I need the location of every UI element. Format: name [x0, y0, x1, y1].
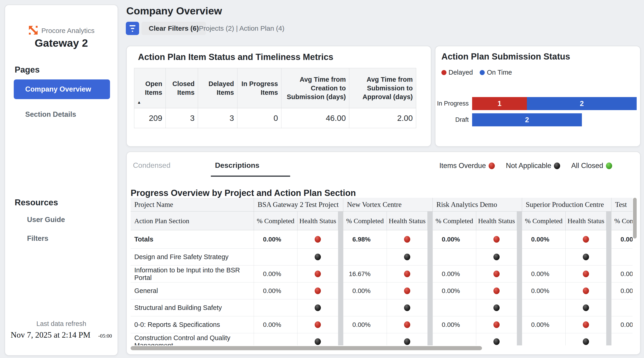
health-status-cell[interactable]: [476, 299, 517, 316]
pct-completed-cell[interactable]: 0.00%: [522, 266, 566, 282]
metrics-column-header[interactable]: Closed Items: [166, 68, 198, 108]
pct-completed-cell[interactable]: 0.00%: [433, 282, 476, 299]
metrics-column-header[interactable]: In Progress Items: [238, 68, 282, 108]
health-status-cell[interactable]: [387, 249, 428, 266]
health-status-cell[interactable]: [566, 299, 606, 316]
health-status-cell[interactable]: [476, 249, 517, 266]
pct-completed-cell[interactable]: 16.67%: [343, 266, 387, 282]
vertical-scrollbar[interactable]: [633, 198, 637, 238]
filter-icon-button[interactable]: [126, 22, 139, 35]
health-status-header[interactable]: Health Status: [476, 211, 517, 230]
project-group-header[interactable]: BSA Gateway 2 Test Project: [254, 198, 343, 211]
health-status-cell[interactable]: [298, 333, 338, 346]
metrics-value-cell[interactable]: 0: [238, 108, 282, 128]
project-group-header[interactable]: Superior Production Centre: [522, 198, 612, 211]
pct-completed-cell[interactable]: [612, 249, 632, 266]
health-status-header[interactable]: Health Status: [298, 211, 338, 230]
health-status-cell[interactable]: [298, 266, 338, 282]
sort-ascending-icon[interactable]: ▲: [137, 100, 141, 105]
pct-completed-header[interactable]: % Completed: [612, 211, 632, 230]
bar-segment[interactable]: 2: [472, 113, 582, 126]
bar-segment[interactable]: 2: [527, 97, 637, 110]
pct-completed-cell[interactable]: [343, 333, 387, 346]
pct-completed-cell[interactable]: 0.00%: [433, 230, 476, 249]
pct-completed-cell[interactable]: 0.00%: [522, 230, 566, 249]
health-status-cell[interactable]: [476, 230, 517, 249]
pct-completed-cell[interactable]: [522, 249, 566, 266]
pct-completed-cell[interactable]: 0.00%: [612, 282, 632, 299]
health-status-cell[interactable]: [566, 316, 606, 333]
health-status-cell[interactable]: [387, 333, 428, 346]
pct-completed-cell[interactable]: 6.98%: [343, 230, 387, 249]
health-status-cell[interactable]: [476, 316, 517, 333]
project-group-header[interactable]: New Vortex Centre: [343, 198, 433, 211]
metrics-value-cell[interactable]: 3: [198, 108, 238, 128]
pct-completed-header[interactable]: % Completed: [254, 211, 298, 230]
health-status-cell[interactable]: [566, 230, 606, 249]
pct-completed-cell[interactable]: [612, 299, 632, 316]
health-status-cell[interactable]: [566, 333, 606, 346]
health-status-cell[interactable]: [298, 282, 338, 299]
sidebar-item-company-overview[interactable]: Company Overview: [14, 79, 110, 99]
pct-completed-cell[interactable]: 0.00%: [612, 266, 632, 282]
metrics-value-cell[interactable]: 209: [134, 108, 166, 128]
clear-filters-button[interactable]: Clear Filters (6): [142, 22, 206, 35]
pct-completed-cell[interactable]: [522, 299, 566, 316]
project-group-header[interactable]: Risk Analytics Demo: [433, 198, 522, 211]
pct-completed-cell[interactable]: [254, 299, 298, 316]
pct-completed-cell[interactable]: 0.00%: [343, 282, 387, 299]
health-status-cell[interactable]: [298, 249, 338, 266]
pct-completed-cell[interactable]: 0.00%: [433, 316, 476, 333]
health-status-cell[interactable]: [476, 333, 517, 346]
section-label-cell[interactable]: General: [131, 282, 254, 299]
tab-condensed[interactable]: Condensed: [133, 161, 170, 170]
tab-descriptions[interactable]: Descriptions: [215, 161, 260, 170]
pct-completed-cell[interactable]: 0.00%: [522, 316, 566, 333]
section-label-cell[interactable]: Structural and Building Safety: [131, 299, 254, 316]
health-status-cell[interactable]: [298, 230, 338, 249]
sidebar-item-filters[interactable]: Filters: [27, 234, 48, 243]
pct-completed-cell[interactable]: 0.00%: [433, 266, 476, 282]
pct-completed-cell[interactable]: 0.00%: [612, 230, 632, 249]
health-status-cell[interactable]: [476, 266, 517, 282]
metrics-column-header[interactable]: Open Items▲: [134, 68, 166, 108]
corner-project-name-header[interactable]: Project Name: [131, 198, 254, 211]
health-status-cell[interactable]: [298, 299, 338, 316]
section-label-cell[interactable]: Information to be Input into the BSR Por…: [131, 266, 254, 282]
pct-completed-cell[interactable]: [254, 333, 298, 346]
health-status-header[interactable]: Health Status: [566, 211, 606, 230]
pct-completed-cell[interactable]: 0.00%: [254, 266, 298, 282]
metrics-value-cell[interactable]: 46.00: [282, 108, 349, 128]
pct-completed-cell[interactable]: [522, 333, 566, 346]
health-status-cell[interactable]: [566, 282, 606, 299]
corner-section-header[interactable]: Action Plan Section: [131, 211, 254, 230]
sidebar-item-user-guide[interactable]: User Guide: [27, 216, 65, 224]
project-group-header[interactable]: Test: [612, 198, 632, 211]
section-label-cell[interactable]: Totals: [131, 230, 254, 249]
pct-completed-cell[interactable]: 0.00%: [343, 316, 387, 333]
pct-completed-cell[interactable]: [612, 333, 632, 346]
pct-completed-header[interactable]: % Completed: [433, 211, 476, 230]
pct-completed-cell[interactable]: 0.00%: [254, 230, 298, 249]
metrics-column-header[interactable]: Delayed Items: [198, 68, 238, 108]
pct-completed-header[interactable]: % Completed: [522, 211, 566, 230]
section-label-cell[interactable]: 0-0: Reports & Specifications: [131, 316, 254, 333]
horizontal-scrollbar[interactable]: [131, 346, 482, 350]
section-label-cell[interactable]: Design and Fire Safety Strategy: [131, 249, 254, 266]
pct-completed-cell[interactable]: [343, 299, 387, 316]
health-status-cell[interactable]: [298, 316, 338, 333]
pct-completed-cell[interactable]: [433, 299, 476, 316]
health-status-cell[interactable]: [387, 299, 428, 316]
health-status-cell[interactable]: [387, 316, 428, 333]
pct-completed-header[interactable]: % Completed: [343, 211, 387, 230]
pct-completed-cell[interactable]: [254, 249, 298, 266]
metrics-column-header[interactable]: Avg Time from Creation to Submission (da…: [282, 68, 349, 108]
pct-completed-cell[interactable]: [343, 249, 387, 266]
pct-completed-cell[interactable]: [433, 333, 476, 346]
metrics-value-cell[interactable]: 2.00: [349, 108, 416, 128]
bar-segment[interactable]: 1: [472, 97, 527, 110]
health-status-cell[interactable]: [387, 282, 428, 299]
sidebar-item-section-details[interactable]: Section Details: [25, 110, 76, 119]
pct-completed-cell[interactable]: 0.00%: [612, 316, 632, 333]
health-status-cell[interactable]: [387, 230, 428, 249]
